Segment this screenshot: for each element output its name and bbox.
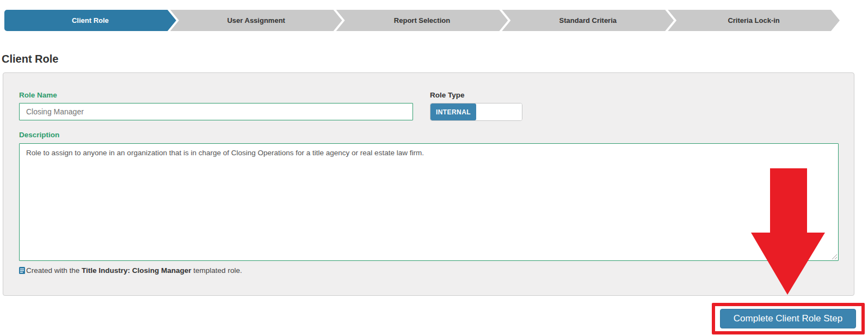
template-name: Title Industry: Closing Manager [82, 266, 192, 275]
description-label: Description [19, 131, 59, 139]
wizard-stepper: Client Role User Assignment Report Selec… [4, 10, 840, 31]
template-note-text: Created with the Title Industry: Closing… [26, 266, 242, 275]
role-type-toggle[interactable]: INTERNAL [430, 103, 522, 121]
step-label: Client Role [72, 16, 109, 25]
step-client-role[interactable]: Client Role [4, 10, 176, 31]
description-textarea[interactable]: Role to assign to anyone in an organizat… [19, 143, 839, 261]
template-note: Created with the Title Industry: Closing… [19, 266, 242, 275]
template-file-icon [19, 267, 25, 274]
step-standard-criteria[interactable]: Standard Criteria [502, 10, 674, 31]
role-name-input[interactable] [19, 103, 413, 120]
role-type-label: Role Type [430, 91, 465, 99]
step-label: Criteria Lock-in [728, 16, 779, 25]
step-label: Standard Criteria [559, 16, 617, 25]
role-type-external-option[interactable] [476, 103, 522, 120]
page-title: Client Role [2, 53, 58, 65]
textarea-resize-handle-icon[interactable] [831, 253, 838, 260]
role-type-selected-label: INTERNAL [436, 108, 471, 116]
step-label: User Assignment [227, 16, 285, 25]
client-role-wizard-screen: Client Role User Assignment Report Selec… [0, 0, 868, 335]
complete-client-role-step-button[interactable]: Complete Client Role Step [720, 309, 856, 328]
role-type-internal-option[interactable]: INTERNAL [430, 103, 476, 120]
step-criteria-lock-in[interactable]: Criteria Lock-in [668, 10, 840, 31]
step-report-selection[interactable]: Report Selection [336, 10, 508, 31]
step-user-assignment[interactable]: User Assignment [170, 10, 342, 31]
role-name-label: Role Name [19, 91, 57, 99]
step-label: Report Selection [394, 16, 450, 25]
client-role-form-panel: Role Name Role Type INTERNAL Description… [3, 72, 854, 296]
